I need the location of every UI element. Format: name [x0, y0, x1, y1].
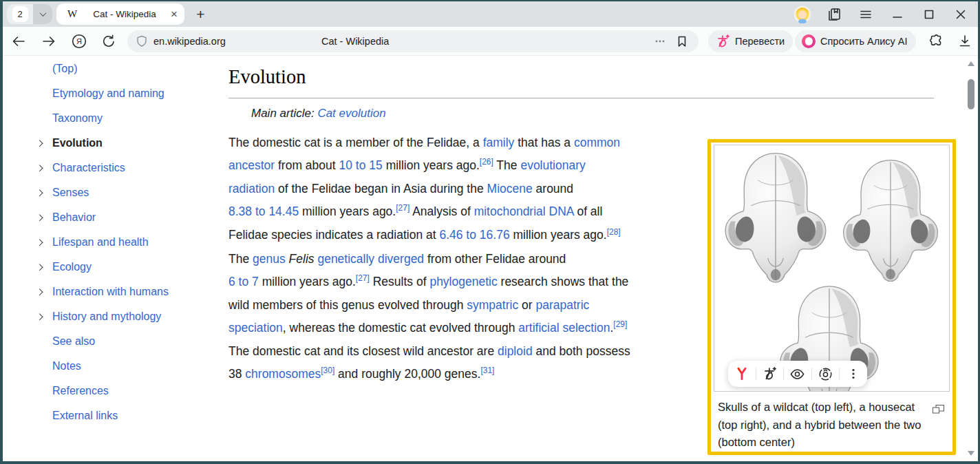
toc-item-taxonomy[interactable]: Taxonomy [36, 106, 215, 131]
forward-arrow-icon[interactable] [39, 31, 59, 52]
toc-link[interactable]: Lifespan and health [52, 236, 149, 249]
toc-item-characteristics[interactable]: Characteristics [36, 156, 215, 180]
toc-link[interactable]: (Top) [52, 63, 77, 75]
toc-link[interactable]: Interaction with humans [52, 286, 169, 298]
panels-icon[interactable] [825, 6, 843, 23]
yandex-logo-icon[interactable]: Я [69, 31, 89, 52]
close-icon[interactable] [952, 6, 970, 23]
bookmark-icon[interactable] [675, 34, 689, 48]
toc-link[interactable]: Ecology [52, 261, 92, 273]
toc-item-history-and-mythology[interactable]: History and mythology [36, 304, 215, 329]
toc-link[interactable]: See also [52, 335, 95, 348]
skulls-image[interactable] [714, 145, 950, 392]
wiki-link[interactable]: mitochondrial DNA [474, 204, 574, 218]
reference-link[interactable]: [30] [321, 366, 334, 375]
reference-link[interactable]: [27] [356, 273, 370, 283]
toc-item-etymology-and-naming[interactable]: Etymology and naming [36, 81, 215, 106]
toc-link[interactable]: Behavior [52, 211, 96, 224]
chevron-right-icon[interactable] [36, 191, 52, 196]
toc-item-lifespan-and-health[interactable]: Lifespan and health [36, 230, 215, 255]
more-icon[interactable] [653, 34, 667, 48]
wiki-link[interactable]: genus [253, 252, 286, 266]
toc-item-interaction-with-humans[interactable]: Interaction with humans [36, 280, 215, 304]
back-arrow-icon[interactable] [8, 31, 29, 52]
toc-link[interactable]: Taxonomy [52, 112, 103, 125]
translate-image-icon[interactable] [760, 365, 778, 383]
wiki-link[interactable]: phylogenetic [429, 275, 497, 288]
toc-link[interactable]: History and mythology [52, 310, 161, 323]
reference-link[interactable]: [27] [396, 203, 409, 213]
maximize-icon[interactable] [920, 6, 938, 23]
refresh-icon[interactable] [98, 31, 119, 52]
address-bar[interactable]: en.wikipedia.org Cat - Wikipedia [127, 30, 699, 52]
wiki-link[interactable]: ancestor [228, 158, 275, 172]
wiki-link[interactable]: genetically diverged [317, 252, 424, 266]
wiki-link[interactable]: 6 to 7 [228, 275, 259, 288]
body-text: Results of [370, 275, 430, 288]
chevron-right-icon[interactable] [36, 141, 52, 146]
toc-link[interactable]: Notes [52, 360, 81, 372]
toc-link[interactable]: Evolution [52, 137, 103, 149]
wiki-link[interactable]: family [483, 136, 515, 149]
wiki-link[interactable]: chromosomes [245, 367, 321, 381]
toc-item-see-also[interactable]: See also [36, 329, 215, 354]
tab-counter-button[interactable]: 2 [7, 4, 52, 24]
downloads-icon[interactable] [955, 31, 975, 52]
toc-item-external-links[interactable]: External links [36, 403, 215, 428]
eye-icon[interactable] [789, 365, 807, 383]
scroll-up-icon[interactable] [968, 61, 974, 66]
translate-button[interactable]: Перевести [708, 30, 793, 52]
toc-link[interactable]: Etymology and naming [52, 87, 164, 100]
wiki-link[interactable]: 6.46 to 16.76 [439, 228, 509, 242]
wiki-link[interactable]: diploid [498, 344, 533, 358]
close-icon[interactable]: × [171, 8, 178, 20]
extensions-puzzle-icon[interactable] [925, 31, 946, 52]
chevron-down-icon[interactable] [33, 4, 52, 24]
wiki-link[interactable]: 10 to 15 [339, 158, 383, 172]
enlarge-icon[interactable] [933, 401, 944, 419]
toc-item-top[interactable]: (Top) [36, 56, 215, 81]
image-search-icon[interactable] [817, 365, 835, 383]
new-tab-button[interactable]: + [190, 3, 211, 25]
ask-alice-button[interactable]: Спросить Алису AI [795, 30, 916, 52]
wiki-link[interactable]: 8.38 to 14.45 [228, 204, 299, 218]
toc-item-evolution[interactable]: Evolution [36, 131, 215, 156]
chevron-right-icon[interactable] [36, 265, 52, 270]
toc-item-senses[interactable]: Senses [36, 180, 215, 205]
toc-item-notes[interactable]: Notes [36, 354, 215, 379]
chevron-right-icon[interactable] [36, 166, 52, 171]
wiki-link[interactable]: parapatric [535, 298, 589, 312]
yandex-logo-icon[interactable] [733, 365, 751, 383]
reference-link[interactable]: [28] [607, 227, 621, 237]
toc-item-behavior[interactable]: Behavior [36, 205, 215, 230]
toc-item-ecology[interactable]: Ecology [36, 255, 215, 280]
toc-link[interactable]: Senses [52, 187, 89, 199]
wiki-link[interactable]: Miocene [487, 182, 533, 196]
toc-link[interactable]: References [52, 385, 109, 397]
reference-link[interactable]: [29] [613, 319, 627, 329]
alice-avatar[interactable] [793, 6, 811, 23]
chevron-right-icon[interactable] [36, 215, 52, 220]
toc-item-references[interactable]: References [36, 379, 215, 403]
hatnote-link[interactable]: Cat evolution [317, 107, 385, 120]
wiki-link[interactable]: sympatric [467, 298, 518, 312]
toc-link[interactable]: External links [52, 410, 118, 422]
wiki-link[interactable]: speciation [228, 321, 283, 335]
tab-cat-wikipedia[interactable]: W Cat - Wikipedia × [56, 3, 184, 25]
wiki-link[interactable]: radiation [228, 182, 275, 196]
wiki-link[interactable]: artificial selection [518, 321, 610, 335]
chevron-right-icon[interactable] [36, 315, 52, 319]
chevron-right-icon[interactable] [36, 240, 52, 245]
scrollbar[interactable] [966, 56, 977, 461]
wiki-link[interactable]: common [574, 136, 620, 149]
chevron-right-icon[interactable] [36, 290, 52, 295]
toc-link[interactable]: Characteristics [52, 162, 125, 174]
reference-link[interactable]: [26] [480, 157, 493, 167]
wiki-link[interactable]: evolutionary [520, 158, 585, 172]
scrollbar-thumb[interactable] [968, 79, 974, 109]
hamburger-menu-icon[interactable] [857, 6, 875, 23]
minimize-icon[interactable] [888, 6, 906, 23]
reference-link[interactable]: [31] [480, 366, 494, 375]
scroll-down-icon[interactable] [968, 451, 974, 456]
kebab-menu-icon[interactable] [844, 365, 862, 383]
